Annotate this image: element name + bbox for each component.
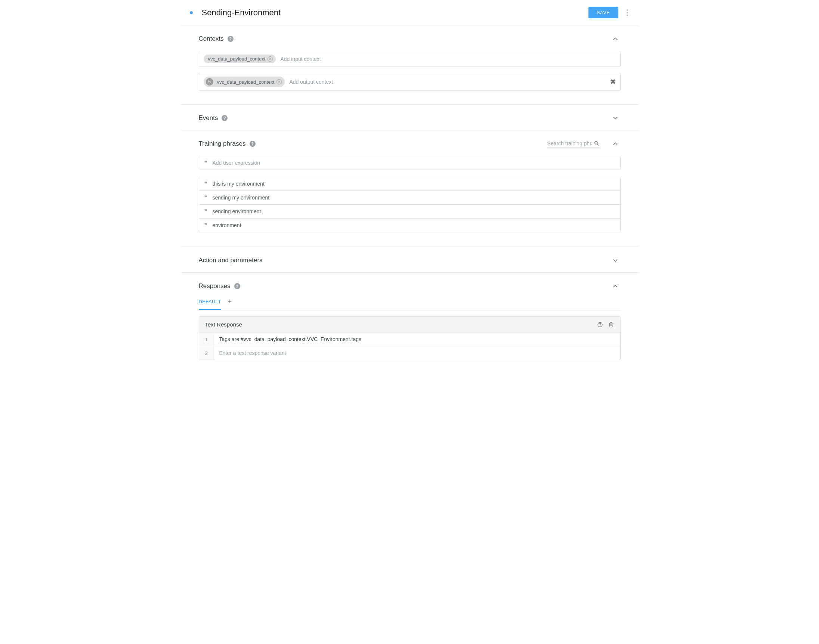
responses-title: Responses — [199, 282, 230, 290]
input-context-chip[interactable]: vvc_data_payload_context ✕ — [204, 55, 276, 63]
action-header[interactable]: Action and parameters — [199, 247, 621, 272]
response-row[interactable]: 2 — [199, 346, 620, 360]
action-title: Action and parameters — [199, 257, 263, 264]
page-header: Sending-Environment SAVE — [181, 0, 638, 25]
phrase-text[interactable]: this is my environment — [213, 181, 265, 187]
clear-output-context-icon[interactable]: ✖ — [610, 78, 616, 86]
training-phrase-row[interactable]: ❞ this is my environment — [199, 177, 620, 191]
responses-header: Responses ? — [199, 273, 621, 295]
phrase-text[interactable]: sending my environment — [213, 195, 270, 201]
chevron-up-icon[interactable] — [610, 281, 621, 291]
add-tab-button[interactable]: + — [228, 298, 232, 308]
tab-default[interactable]: DEFAULT — [199, 295, 221, 310]
chip-label: vvc_data_payload_context — [217, 79, 275, 85]
help-icon[interactable] — [597, 322, 603, 328]
phrase-text[interactable]: environment — [213, 222, 241, 228]
training-phrase-row[interactable]: ❞ sending my environment — [199, 191, 620, 205]
chevron-down-icon[interactable] — [610, 113, 621, 123]
response-tabs: DEFAULT + — [199, 295, 621, 310]
quote-icon: ❞ — [204, 160, 207, 166]
help-icon[interactable]: ? — [222, 115, 227, 121]
training-phrase-row[interactable]: ❞ environment — [199, 219, 620, 232]
more-menu-icon[interactable] — [625, 8, 630, 18]
training-header: Training phrases ? — [199, 130, 621, 156]
chip-label: vvc_data_payload_context — [208, 56, 266, 61]
help-icon[interactable]: ? — [227, 36, 233, 42]
response-row-number: 1 — [199, 333, 214, 346]
output-context-chip[interactable]: 5 vvc_data_payload_context ✕ — [204, 77, 285, 87]
intent-title[interactable]: Sending-Environment — [202, 8, 589, 18]
quote-icon: ❞ — [204, 209, 207, 215]
training-search[interactable] — [548, 141, 600, 147]
svg-point-1 — [600, 326, 600, 326]
response-input[interactable] — [219, 350, 615, 356]
response-input-wrap — [214, 346, 620, 360]
help-icon[interactable]: ? — [250, 141, 256, 147]
save-button[interactable]: SAVE — [589, 7, 618, 18]
chip-remove-icon[interactable]: ✕ — [276, 79, 282, 84]
intent-status-dot — [190, 11, 193, 14]
text-response-card: Text Response 1 Tags are #vvc_data_paylo… — [199, 316, 621, 360]
add-phrase-input[interactable] — [213, 160, 615, 166]
search-icon[interactable] — [594, 141, 600, 146]
response-row-number: 2 — [199, 346, 214, 360]
chip-remove-icon[interactable]: ✕ — [267, 57, 273, 61]
lifespan-badge[interactable]: 5 — [206, 78, 213, 86]
add-phrase-row[interactable]: ❞ — [199, 156, 621, 170]
text-response-header: Text Response — [199, 317, 620, 333]
quote-icon: ❞ — [204, 222, 207, 228]
quote-icon: ❞ — [204, 181, 207, 187]
output-context-input[interactable] — [289, 79, 605, 85]
events-header[interactable]: Events ? — [199, 104, 621, 130]
quote-icon: ❞ — [204, 195, 207, 201]
input-context-field[interactable]: vvc_data_payload_context ✕ — [199, 51, 621, 67]
trash-icon[interactable] — [608, 322, 614, 328]
chevron-up-icon[interactable] — [610, 139, 621, 149]
training-phrase-list: ❞ this is my environment ❞ sending my en… — [199, 177, 621, 232]
output-context-field[interactable]: 5 vvc_data_payload_context ✕ ✖ — [199, 73, 621, 91]
chevron-down-icon[interactable] — [610, 255, 621, 265]
events-title: Events — [199, 114, 218, 122]
chevron-up-icon[interactable] — [610, 34, 621, 44]
contexts-header: Contexts ? — [199, 25, 621, 51]
phrase-text[interactable]: sending environment — [213, 209, 261, 215]
text-response-title: Text Response — [205, 321, 242, 328]
training-phrase-row[interactable]: ❞ sending environment — [199, 205, 620, 219]
input-context-input[interactable] — [280, 56, 615, 62]
training-title: Training phrases — [199, 140, 246, 147]
help-icon[interactable]: ? — [234, 283, 240, 289]
response-text[interactable]: Tags are #vvc_data_payload_context.VVC_E… — [214, 333, 620, 346]
response-row[interactable]: 1 Tags are #vvc_data_payload_context.VVC… — [199, 333, 620, 346]
search-input[interactable] — [548, 141, 592, 146]
contexts-title: Contexts — [199, 35, 224, 43]
